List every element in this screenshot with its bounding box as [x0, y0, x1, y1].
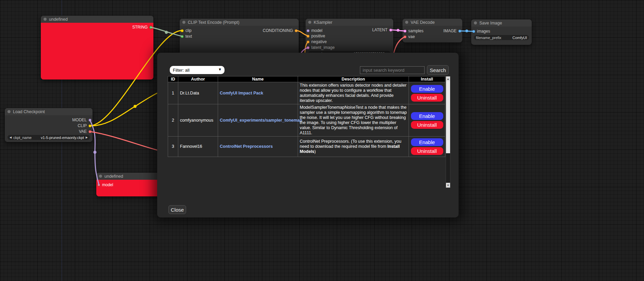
node-title: undefined: [104, 174, 123, 179]
input-slot-images[interactable]: images: [472, 29, 490, 34]
close-button[interactable]: Close: [168, 205, 186, 214]
input-slot-positive[interactable]: positive: [307, 33, 325, 39]
wire-string-to-text: [151, 27, 182, 36]
input-slot-negative[interactable]: negative: [307, 39, 327, 45]
uninstall-button[interactable]: Uninstall: [411, 94, 443, 102]
extension-link[interactable]: ControlNet Preprocessors: [220, 144, 273, 149]
clip-slot-dot[interactable]: [181, 29, 184, 32]
description-text: ControlNet Preprocessors. (To use this e…: [300, 139, 401, 149]
column-header-install: Install: [409, 76, 445, 82]
output-slot-label: IMAGE: [443, 29, 457, 33]
node-undefined-top[interactable]: undefined STRING: [41, 16, 153, 80]
node-load-checkpoint[interactable]: Load Checkpoint MODEL CLIP VAE ◀ ckpt_na…: [5, 108, 93, 142]
column-header-name: Name: [218, 76, 298, 82]
input-slot-latent-image[interactable]: latent_image: [307, 45, 335, 50]
extension-link[interactable]: ComfyUI Impact Pack: [220, 91, 263, 95]
node-graph-canvas[interactable]: undefined STRING CLIP Text Encode (Promp…: [0, 0, 644, 281]
node-header[interactable]: Save Image: [471, 19, 532, 27]
input-slot-model[interactable]: model: [97, 182, 113, 188]
latent-slot-dot[interactable]: [307, 46, 310, 49]
cell-install: Enable Uninstall: [409, 137, 445, 157]
output-slot-vae[interactable]: VAE: [79, 129, 92, 134]
vae-slot-dot[interactable]: [403, 35, 407, 38]
wire-midpoint-dot: [397, 29, 399, 32]
string-slot-dot[interactable]: [149, 26, 152, 29]
scroll-down-icon[interactable]: ▼: [446, 183, 450, 188]
node-header[interactable]: KSampler: [306, 19, 393, 26]
output-slot-latent[interactable]: LATENT: [372, 27, 392, 33]
column-header-description: Description: [298, 76, 409, 82]
uninstall-button[interactable]: Uninstall: [411, 147, 443, 155]
table-scrollbar[interactable]: ▲ ▼: [446, 76, 450, 188]
node-title: Save Image: [479, 21, 502, 25]
cell-install: Enable Uninstall: [409, 82, 445, 104]
model-slot-dot[interactable]: [88, 119, 92, 122]
node-status-dot: [99, 175, 102, 178]
node-status-dot: [308, 21, 311, 24]
latent-slot-dot[interactable]: [389, 29, 392, 32]
output-slot-label: LATENT: [372, 28, 387, 32]
node-status-dot: [7, 110, 11, 113]
node-title: KSampler: [314, 20, 332, 25]
filter-select[interactable]: Filter: all: [170, 66, 225, 74]
model-slot-dot[interactable]: [307, 29, 310, 32]
node-header[interactable]: CLIP Text Encode (Prompt): [180, 19, 299, 26]
output-slot-model[interactable]: MODEL: [72, 117, 92, 123]
output-slot-conditioning[interactable]: CONDITIONING: [263, 28, 298, 33]
conditioning-slot-dot[interactable]: [307, 35, 310, 38]
enable-button[interactable]: Enable: [411, 138, 443, 146]
vae-slot-dot[interactable]: [88, 130, 92, 133]
node-header[interactable]: VAE Decode: [402, 19, 462, 26]
input-slot-label: samples: [408, 29, 424, 33]
image-slot-dot[interactable]: [458, 30, 461, 33]
filter-select-wrap: Filter: all ▼: [170, 66, 225, 74]
input-slot-label: images: [477, 29, 490, 34]
search-button[interactable]: Search: [427, 65, 449, 75]
conditioning-slot-dot[interactable]: [307, 40, 310, 43]
table-row: 1 Dr.Lt.Data ComfyUI Impact Pack This ex…: [168, 82, 445, 104]
enable-button[interactable]: Enable: [411, 85, 443, 93]
output-slot-label: CONDITIONING: [263, 28, 293, 33]
model-slot-dot[interactable]: [97, 183, 100, 187]
image-slot-dot[interactable]: [472, 30, 475, 33]
node-status-dot: [405, 21, 408, 24]
node-vae-decode[interactable]: VAE Decode samples vae IMAGE: [402, 19, 462, 42]
ckpt-name-widget[interactable]: ◀ ckpt_name v1-5-pruned-emaonly.ckpt ▶: [7, 135, 90, 140]
latent-slot-dot[interactable]: [403, 30, 407, 33]
input-slot-vae[interactable]: vae: [403, 34, 415, 39]
input-slot-model[interactable]: model: [307, 28, 323, 33]
widget-name: ckpt_name: [13, 136, 32, 140]
scrollbar-thumb[interactable]: [446, 81, 450, 153]
error-node-body: [41, 23, 153, 80]
node-header[interactable]: Load Checkpoint: [5, 108, 93, 115]
cell-install: Enable Uninstall: [409, 104, 445, 137]
enable-button[interactable]: Enable: [411, 112, 443, 120]
node-save-image[interactable]: Save Image images filename_prefix ComfyU…: [471, 19, 532, 45]
clip-slot-dot[interactable]: [88, 124, 92, 127]
input-slot-text[interactable]: text: [181, 34, 192, 39]
widget-next-icon[interactable]: ▶: [86, 136, 88, 139]
output-slot-clip[interactable]: CLIP: [78, 123, 92, 128]
input-slot-label: negative: [311, 39, 327, 44]
cell-id: 1: [168, 82, 178, 104]
wire-midpoint-dot: [465, 30, 468, 32]
input-slot-label: model: [102, 182, 113, 187]
output-slot-label: VAE: [79, 129, 87, 134]
input-slot-clip[interactable]: clip: [181, 28, 192, 33]
wire-vae-to-vae: [90, 131, 162, 151]
scroll-up-icon[interactable]: ▲: [446, 76, 450, 81]
string-slot-dot[interactable]: [181, 35, 184, 38]
extension-link[interactable]: ComfyUI_experiments/sampler_tonemap: [220, 118, 302, 123]
widget-prev-icon[interactable]: ◀: [10, 136, 12, 139]
input-slot-samples[interactable]: samples: [403, 28, 424, 34]
output-slot-label: CLIP: [78, 123, 87, 128]
search-input[interactable]: [360, 66, 425, 74]
uninstall-button[interactable]: Uninstall: [411, 121, 443, 129]
output-slot-image[interactable]: IMAGE: [443, 28, 461, 34]
conditioning-slot-dot[interactable]: [295, 29, 298, 32]
output-slot-string[interactable]: STRING: [132, 24, 152, 30]
node-header[interactable]: undefined: [41, 16, 153, 23]
description-text: ModelSamplerTonemapNoiseTest a node that…: [300, 105, 407, 135]
filename-prefix-widget[interactable]: filename_prefix ComfyUI: [474, 35, 529, 40]
cell-id: 2: [168, 104, 178, 137]
